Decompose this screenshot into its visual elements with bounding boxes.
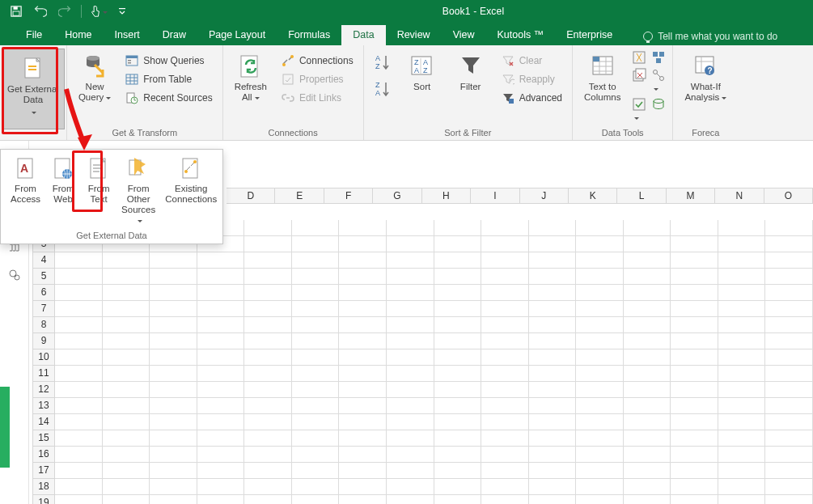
cell[interactable] bbox=[576, 414, 624, 430]
row-header[interactable]: 7 bbox=[32, 301, 55, 317]
cell[interactable] bbox=[55, 382, 103, 398]
cell[interactable] bbox=[434, 430, 482, 447]
cell[interactable] bbox=[244, 333, 292, 349]
cell[interactable] bbox=[244, 269, 292, 285]
cell[interactable] bbox=[339, 479, 387, 495]
cell[interactable] bbox=[292, 317, 340, 333]
cell[interactable] bbox=[197, 333, 245, 349]
cell[interactable] bbox=[197, 366, 245, 382]
cell[interactable] bbox=[244, 479, 292, 495]
refresh-all-button[interactable]: Refresh All bbox=[230, 50, 272, 104]
cell[interactable] bbox=[55, 252, 103, 269]
cell[interactable] bbox=[292, 479, 340, 495]
tab-review[interactable]: Review bbox=[386, 25, 442, 45]
cell[interactable] bbox=[339, 349, 387, 366]
cell[interactable] bbox=[481, 301, 529, 317]
cell[interactable] bbox=[387, 236, 434, 252]
cell[interactable] bbox=[718, 252, 766, 269]
cell[interactable] bbox=[718, 398, 766, 414]
cell[interactable] bbox=[529, 333, 577, 349]
relationships-button[interactable] bbox=[651, 68, 666, 94]
cell[interactable] bbox=[718, 382, 766, 398]
cell[interactable] bbox=[718, 447, 766, 463]
cell[interactable] bbox=[671, 447, 718, 463]
cell[interactable] bbox=[103, 398, 150, 414]
cell[interactable] bbox=[481, 382, 529, 398]
row-header[interactable]: 19 bbox=[32, 495, 55, 504]
tab-home[interactable]: Home bbox=[53, 25, 103, 45]
cell[interactable] bbox=[387, 479, 434, 495]
cell[interactable] bbox=[292, 333, 340, 349]
cell[interactable] bbox=[765, 252, 813, 269]
from-other-sources-button[interactable]: From Other Sources bbox=[118, 155, 159, 227]
cell[interactable] bbox=[529, 301, 577, 317]
row-header[interactable]: 5 bbox=[32, 269, 55, 285]
tab-formulas[interactable]: Formulas bbox=[277, 25, 341, 45]
cell[interactable] bbox=[292, 301, 340, 317]
cell[interactable] bbox=[671, 414, 718, 430]
cell[interactable] bbox=[765, 495, 813, 504]
cell[interactable] bbox=[103, 317, 150, 333]
cell[interactable] bbox=[481, 285, 529, 301]
cell[interactable] bbox=[434, 414, 482, 430]
cell[interactable] bbox=[387, 447, 434, 463]
cell[interactable] bbox=[576, 236, 624, 252]
cell[interactable] bbox=[339, 398, 387, 414]
cells[interactable] bbox=[55, 220, 813, 504]
column-header[interactable]: E bbox=[275, 188, 324, 204]
cell[interactable] bbox=[671, 333, 718, 349]
cell[interactable] bbox=[244, 382, 292, 398]
cell[interactable] bbox=[387, 382, 434, 398]
cell[interactable] bbox=[434, 447, 482, 463]
text-to-columns-button[interactable]: Text to Columns bbox=[579, 50, 625, 104]
cell[interactable] bbox=[55, 333, 103, 349]
properties-button[interactable]: Properties bbox=[278, 70, 357, 88]
cell[interactable] bbox=[55, 285, 103, 301]
cell[interactable] bbox=[481, 479, 529, 495]
cell[interactable] bbox=[481, 269, 529, 285]
cell[interactable] bbox=[576, 285, 624, 301]
cell[interactable] bbox=[671, 285, 718, 301]
cell[interactable] bbox=[55, 301, 103, 317]
cell[interactable] bbox=[150, 349, 197, 366]
cell[interactable] bbox=[434, 333, 482, 349]
cell[interactable] bbox=[624, 479, 671, 495]
tab-page-layout[interactable]: Page Layout bbox=[197, 25, 277, 45]
column-header[interactable]: N bbox=[715, 188, 764, 204]
cell[interactable] bbox=[718, 414, 766, 430]
cell[interactable] bbox=[434, 366, 482, 382]
row-header[interactable]: 17 bbox=[32, 463, 55, 479]
row-header[interactable]: 13 bbox=[32, 398, 55, 414]
cell[interactable] bbox=[197, 479, 245, 495]
cell[interactable] bbox=[576, 349, 624, 366]
cell[interactable] bbox=[576, 447, 624, 463]
cell[interactable] bbox=[671, 463, 718, 479]
cell[interactable] bbox=[434, 349, 482, 366]
cell[interactable] bbox=[671, 349, 718, 366]
cell[interactable] bbox=[150, 414, 197, 430]
cell[interactable] bbox=[244, 366, 292, 382]
cell[interactable] bbox=[434, 301, 482, 317]
cell[interactable] bbox=[529, 349, 577, 366]
cell[interactable] bbox=[103, 285, 150, 301]
cell[interactable] bbox=[624, 220, 671, 236]
cell[interactable] bbox=[103, 430, 150, 447]
customize-qat-button[interactable] bbox=[111, 0, 133, 23]
clear-button[interactable]: Clear bbox=[498, 52, 565, 70]
cell[interactable] bbox=[765, 220, 813, 236]
cell[interactable] bbox=[244, 414, 292, 430]
cell[interactable] bbox=[529, 398, 577, 414]
cell[interactable] bbox=[624, 382, 671, 398]
cell[interactable] bbox=[529, 430, 577, 447]
cell[interactable] bbox=[292, 366, 340, 382]
cell[interactable] bbox=[576, 382, 624, 398]
cell[interactable] bbox=[576, 398, 624, 414]
cell[interactable] bbox=[718, 349, 766, 366]
cell[interactable] bbox=[529, 463, 577, 479]
cell[interactable] bbox=[292, 430, 340, 447]
cell[interactable] bbox=[481, 333, 529, 349]
cell[interactable] bbox=[55, 479, 103, 495]
cell[interactable] bbox=[576, 495, 624, 504]
cell[interactable] bbox=[576, 333, 624, 349]
cell[interactable] bbox=[244, 252, 292, 269]
